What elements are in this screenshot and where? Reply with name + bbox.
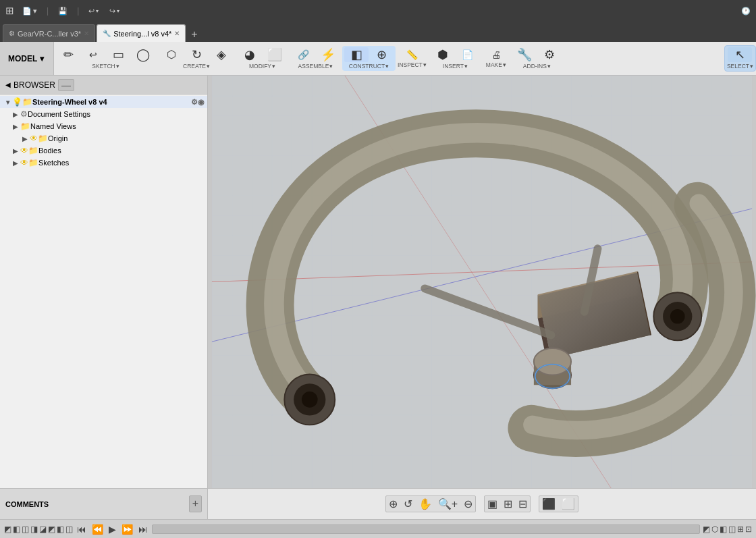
- bodies-expand[interactable]: ▶: [11, 147, 20, 155]
- model-menu-button[interactable]: MODEL ▾: [0, 42, 54, 75]
- named-views-expand[interactable]: ▶: [11, 123, 20, 130]
- clock-icon: 🕐: [741, 7, 751, 16]
- tab-steering[interactable]: 🔧 Steering...l v8 v4* ✕: [97, 24, 186, 42]
- sketches-eye-icon[interactable]: 👁: [20, 158, 28, 167]
- timeline-step-fwd-button[interactable]: ⏩: [120, 522, 134, 536]
- create-group-label[interactable]: CREATE ▾: [183, 63, 210, 70]
- origin-name: Origin: [48, 134, 205, 142]
- tab-gearvr-close[interactable]: ✕: [84, 30, 89, 37]
- root-item-name: Steering-Wheel v8 v4: [32, 98, 191, 106]
- tree-bodies[interactable]: ▶ 👁 📁 Bodies: [0, 144, 207, 157]
- make-label-text: MAKE: [486, 61, 502, 68]
- sketches-expand[interactable]: ▶: [11, 159, 20, 167]
- inspect-group-label[interactable]: INSPECT ▾: [398, 61, 427, 68]
- save-button[interactable]: 💾: [55, 5, 70, 17]
- tool-scripts[interactable]: ⚙: [537, 47, 562, 62]
- select-group-label[interactable]: SELECT ▾: [727, 63, 753, 70]
- tool-insert-svg[interactable]: 📄: [456, 49, 480, 61]
- doc-settings-name: Document Settings: [28, 110, 205, 118]
- tool-orbit[interactable]: ⊕: [386, 496, 400, 512]
- tool-sketch-create[interactable]: ✏: [56, 47, 80, 62]
- timeline-play-fwd-button[interactable]: ⏭: [137, 522, 149, 536]
- tab-steering-close[interactable]: ✕: [174, 30, 180, 37]
- timeline-play-back-button[interactable]: ⏮: [76, 522, 88, 536]
- undo-button[interactable]: ↩ ▾: [86, 5, 101, 17]
- make-group-label[interactable]: MAKE ▾: [486, 61, 506, 68]
- tool-sketch-rect[interactable]: ▭: [106, 47, 130, 62]
- construct-group-label[interactable]: CONSTRUCT ▾: [349, 63, 389, 70]
- tree-doc-settings[interactable]: ▶ ⚙ Document Settings: [0, 108, 207, 120]
- assemble-group-label[interactable]: ASSEMBLE ▾: [298, 63, 333, 70]
- tool-fillet[interactable]: ◕: [238, 47, 262, 62]
- tool-axis[interactable]: ⊕: [369, 47, 394, 62]
- file-menu-button[interactable]: 📄 ▾: [20, 5, 40, 17]
- tab-bar: ⚙ GearVR-C...ller v3* ✕ 🔧 Steering...l v…: [0, 22, 756, 42]
- comments-add-button[interactable]: +: [189, 495, 202, 512]
- tool-sketch-finish[interactable]: ↩: [81, 49, 105, 61]
- tl-right-5: ⊞: [737, 524, 744, 534]
- timeline-play-button[interactable]: ▶: [107, 522, 117, 536]
- insert-group-label[interactable]: INSERT ▾: [443, 63, 468, 70]
- tool-view-cube[interactable]: ⬛: [539, 496, 558, 512]
- tool-look[interactable]: ↺: [401, 496, 415, 512]
- viewport[interactable]: [208, 76, 756, 488]
- tool-plane[interactable]: ◧: [344, 47, 369, 62]
- app-grid-icon[interactable]: ⊞: [5, 5, 14, 17]
- tab-gearvr[interactable]: ⚙ GearVR-C...ller v3* ✕: [3, 24, 95, 42]
- tree-origin[interactable]: ▶ 👁 📁 Origin: [0, 132, 207, 144]
- plane-icon: ◧: [351, 49, 362, 61]
- root-folder-icon: 📁: [22, 97, 32, 107]
- tool-display-mode[interactable]: ▣: [485, 496, 500, 512]
- tool-addins[interactable]: 🔧: [512, 47, 537, 62]
- browser-collapse-arrow[interactable]: ◀: [5, 81, 11, 88]
- make-tools-row: 🖨: [484, 49, 508, 61]
- bodies-eye-icon[interactable]: 👁: [20, 146, 28, 155]
- toolbar-insert-group: ⬢ 📄 INSERT ▾: [429, 46, 482, 71]
- select-label-text: SELECT: [727, 63, 749, 70]
- sketch-tools-row: ✏ ↩ ▭ ◯: [56, 47, 155, 62]
- svg-point-19: [534, 348, 571, 375]
- tool-loft[interactable]: ◈: [209, 47, 234, 62]
- tool-joint[interactable]: 🔗: [291, 49, 315, 61]
- timeline-step-back-button[interactable]: ⏪: [90, 522, 105, 536]
- tool-revolve[interactable]: ↻: [184, 47, 209, 62]
- timeline-icon-group: ◩ ◧ ◫ ◨ ◪ ◩ ◧ ◫: [4, 524, 73, 534]
- select-arrow-icon: ▾: [750, 63, 753, 70]
- root-expand-arrow[interactable]: ▾: [3, 99, 12, 106]
- tool-grid-toggle[interactable]: ⊞: [501, 496, 515, 512]
- modify-group-label[interactable]: MODIFY ▾: [249, 63, 275, 70]
- tree-named-views[interactable]: ▶ 📁 Named Views: [0, 120, 207, 132]
- tool-motion[interactable]: ⚡: [316, 47, 340, 62]
- addins-group-label[interactable]: ADD-INS ▾: [523, 63, 551, 70]
- tool-measure[interactable]: 📏: [400, 49, 424, 61]
- new-tab-button[interactable]: +: [187, 28, 201, 41]
- tool-snap-toggle[interactable]: ⊟: [516, 496, 530, 512]
- tool-viewports[interactable]: ⬜: [559, 496, 578, 512]
- tool-select[interactable]: ↖: [728, 47, 752, 62]
- browser-title: BROWSER: [14, 80, 55, 90]
- tool-pan[interactable]: ✋: [416, 496, 435, 512]
- tool-shell[interactable]: ⬜: [263, 47, 287, 62]
- origin-expand[interactable]: ▶: [20, 135, 30, 142]
- sketch-group-label[interactable]: SKETCH ▾: [92, 63, 119, 70]
- tree-root-item[interactable]: ▾ 💡 📁 Steering-Wheel v8 v4 ⚙ ◉: [0, 96, 207, 108]
- tool-extrude[interactable]: ⬡: [159, 48, 184, 61]
- tree-sketches[interactable]: ▶ 👁 📁 Sketches: [0, 157, 207, 169]
- tool-zoom-in[interactable]: 🔍+: [435, 496, 460, 512]
- insert-svg-icon: 📄: [462, 50, 473, 59]
- tool-3dprint[interactable]: 🖨: [484, 49, 508, 61]
- origin-eye-icon[interactable]: 👁: [30, 134, 38, 143]
- tool-insert-mesh[interactable]: ⬢: [431, 47, 455, 62]
- root-settings-icon[interactable]: ⚙: [191, 98, 198, 107]
- tool-sketch-circle[interactable]: ◯: [131, 47, 155, 62]
- doc-settings-expand[interactable]: ▶: [11, 111, 20, 118]
- redo-button[interactable]: ↪ ▾: [107, 5, 122, 17]
- create-tools-row: ⬡ ↻ ◈: [159, 47, 234, 62]
- timeline-track[interactable]: [152, 524, 700, 534]
- root-visibility-icon[interactable]: ◉: [198, 98, 205, 107]
- browser-menu-button[interactable]: —: [58, 79, 74, 91]
- tool-zoom-fit[interactable]: ⊖: [461, 496, 475, 512]
- select-icon: ↖: [735, 49, 745, 61]
- axis-icon: ⊕: [377, 49, 387, 61]
- undo-icon: ↩: [88, 7, 94, 16]
